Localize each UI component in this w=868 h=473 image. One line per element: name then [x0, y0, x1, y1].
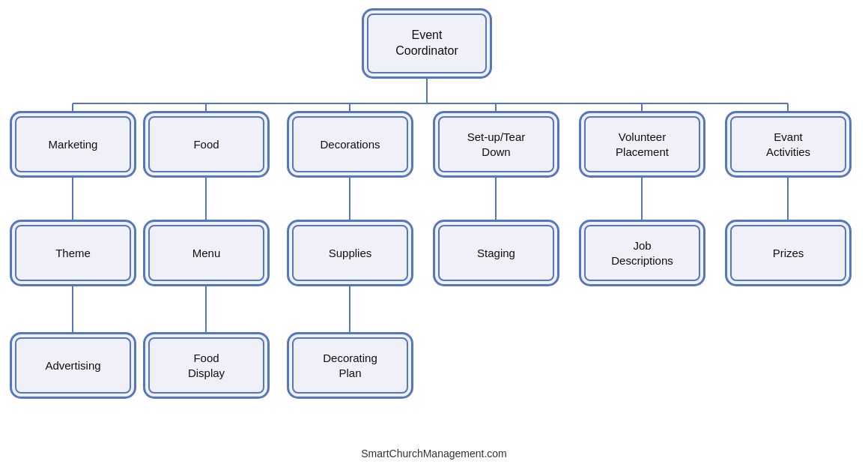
node-event-coordinator: Event Coordinator: [367, 13, 487, 73]
node-food-display: Food Display: [148, 337, 264, 394]
node-setup-teardown: Set-up/Tear Down: [438, 116, 554, 172]
node-job-descriptions: Job Descriptions: [584, 225, 700, 281]
node-decorations: Decorations: [292, 116, 408, 172]
node-staging: Staging: [438, 225, 554, 281]
node-theme: Theme: [15, 225, 131, 281]
node-advertising: Advertising: [15, 337, 131, 394]
footer-text: SmartChurchManagement.com: [0, 448, 868, 460]
node-evant-activities: Evant Activities: [730, 116, 846, 172]
node-decorating-plan: Decorating Plan: [292, 337, 408, 394]
node-volunteer-placement: Volunteer Placement: [584, 116, 700, 172]
node-supplies: Supplies: [292, 225, 408, 281]
node-prizes: Prizes: [730, 225, 846, 281]
org-chart: Event Coordinator Marketing Food Decorat…: [0, 0, 868, 473]
node-marketing: Marketing: [15, 116, 131, 172]
node-food: Food: [148, 116, 264, 172]
node-menu: Menu: [148, 225, 264, 281]
